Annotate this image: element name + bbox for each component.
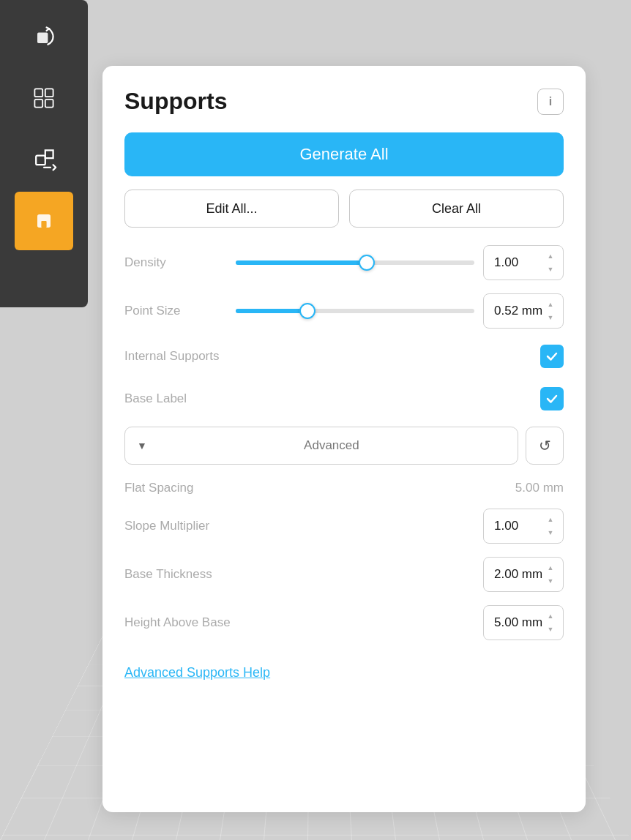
svg-rect-1 [34,89,42,97]
toolbar-rotate-button[interactable] [15,7,73,66]
density-value: 1.00 [494,255,518,270]
point-size-slider[interactable] [236,309,474,313]
slope-multiplier-row: Slope Multiplier 1.00 ▲ ▼ [124,509,564,544]
edit-all-button[interactable]: Edit All... [124,190,339,228]
density-down[interactable]: ▼ [544,263,557,275]
generate-all-button[interactable]: Generate All [124,132,564,176]
point-size-value: 0.52 mm [494,304,542,318]
slope-multiplier-down[interactable]: ▼ [544,527,557,539]
flat-spacing-value: 5.00 mm [515,481,564,495]
slope-multiplier-up[interactable]: ▲ [544,514,557,525]
advanced-row: ▼ Advanced ↺ [124,427,564,465]
svg-rect-7 [41,221,46,228]
info-icon: i [549,95,552,108]
point-size-spinners: ▲ ▼ [544,299,557,323]
point-size-input[interactable]: 0.52 mm ▲ ▼ [483,293,564,329]
internal-supports-label: Internal Supports [124,349,219,364]
point-size-up[interactable]: ▲ [544,299,557,310]
svg-rect-4 [45,100,53,108]
density-up[interactable]: ▲ [544,250,557,262]
base-thickness-input[interactable]: 2.00 mm ▲ ▼ [483,557,564,592]
advanced-dropdown[interactable]: ▼ Advanced [124,427,518,465]
density-row: Density 1.00 ▲ ▼ [124,245,564,280]
base-label-checkbox[interactable] [540,387,564,410]
density-input[interactable]: 1.00 ▲ ▼ [483,245,564,280]
point-size-fill [236,309,307,313]
height-above-base-value: 5.00 mm [494,615,542,630]
svg-rect-2 [45,89,53,97]
reset-button[interactable]: ↺ [526,427,564,465]
info-button[interactable]: i [537,89,564,115]
point-size-down[interactable]: ▼ [544,312,557,323]
base-label-row: Base Label [124,384,564,413]
base-thickness-down[interactable]: ▼ [544,575,557,587]
point-size-thumb[interactable] [299,303,316,319]
slope-multiplier-input[interactable]: 1.00 ▲ ▼ [483,509,564,544]
dropdown-arrow-icon: ▼ [137,440,147,451]
point-size-label: Point Size [124,304,227,318]
internal-supports-checkbox[interactable] [540,345,564,368]
height-above-base-input[interactable]: 5.00 mm ▲ ▼ [483,605,564,640]
height-above-base-spinners: ▲ ▼ [544,610,557,635]
flat-spacing-label: Flat Spacing [124,481,194,495]
density-thumb[interactable] [359,255,375,271]
panel-title: Supports [124,88,227,115]
action-buttons-row: Edit All... Clear All [124,190,564,228]
supports-panel: Supports i Generate All Edit All... Clea… [102,66,586,812]
advanced-supports-help-link[interactable]: Advanced Supports Help [124,665,270,680]
base-label-label: Base Label [124,391,187,406]
panel-header: Supports i [124,88,564,115]
toolbar-support-button[interactable] [15,69,73,127]
point-size-row: Point Size 0.52 mm ▲ ▼ [124,293,564,329]
base-thickness-row: Base Thickness 2.00 mm ▲ ▼ [124,557,564,592]
slope-multiplier-value: 1.00 [494,519,518,533]
internal-supports-row: Internal Supports [124,342,564,371]
base-thickness-label: Base Thickness [124,567,212,582]
reset-icon: ↺ [539,437,551,454]
clear-all-button[interactable]: Clear All [349,190,564,228]
density-slider[interactable] [236,260,474,265]
svg-rect-0 [37,33,48,43]
slope-multiplier-label: Slope Multiplier [124,519,209,533]
height-above-base-up[interactable]: ▲ [544,610,557,622]
base-thickness-spinners: ▲ ▼ [544,562,557,587]
slope-multiplier-spinners: ▲ ▼ [544,514,557,539]
density-spinners: ▲ ▼ [544,250,557,275]
height-above-base-label: Height Above Base [124,615,231,630]
height-above-base-down[interactable]: ▼ [544,623,557,635]
density-fill [236,260,367,265]
height-above-base-row: Height Above Base 5.00 mm ▲ ▼ [124,605,564,640]
advanced-label: Advanced [157,438,506,453]
flat-spacing-row: Flat Spacing 5.00 mm [124,481,564,495]
svg-rect-5 [36,156,45,165]
svg-rect-3 [34,100,42,108]
toolbar-arrange-button[interactable] [15,130,73,189]
toolbar-active-button[interactable] [15,192,73,250]
density-label: Density [124,255,227,270]
base-thickness-value: 2.00 mm [494,567,542,582]
base-thickness-up[interactable]: ▲ [544,562,557,574]
toolbar [0,0,88,307]
